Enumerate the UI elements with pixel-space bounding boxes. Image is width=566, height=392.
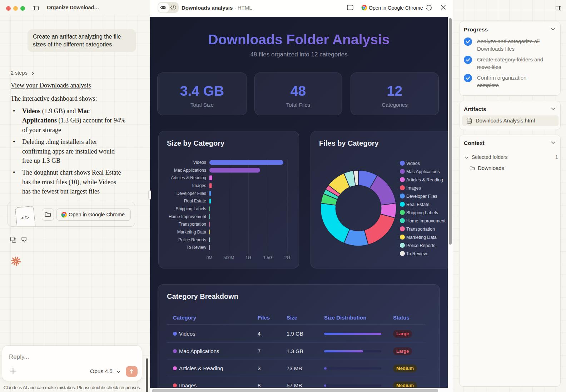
- svg-text:Images: Images: [192, 183, 206, 188]
- svg-text:Police Reports: Police Reports: [406, 243, 435, 248]
- svg-text:500M: 500M: [223, 255, 234, 260]
- svg-text:Marketing Data: Marketing Data: [177, 230, 207, 235]
- svg-text:Transportation: Transportation: [179, 222, 206, 227]
- svg-text:Developer Files: Developer Files: [406, 194, 437, 199]
- svg-text:Articles & Reading: Articles & Reading: [171, 175, 206, 180]
- svg-text:2G: 2G: [284, 255, 290, 260]
- svg-text:0M: 0M: [207, 255, 213, 260]
- svg-text:Real Estate: Real Estate: [184, 198, 206, 203]
- svg-text:Home Improvement: Home Improvement: [169, 214, 207, 219]
- svg-text:Shipping Labels: Shipping Labels: [406, 210, 438, 215]
- svg-text:Police Reports: Police Reports: [178, 237, 206, 242]
- svg-text:1G: 1G: [245, 255, 251, 260]
- svg-text:Developer Files: Developer Files: [177, 191, 206, 196]
- svg-text:Images: Images: [406, 186, 421, 191]
- svg-text:To Review: To Review: [187, 245, 207, 250]
- svg-text:Shipping Labels: Shipping Labels: [176, 206, 206, 211]
- svg-text:Transportation: Transportation: [406, 227, 435, 232]
- svg-text:Articles & Reading: Articles & Reading: [406, 177, 443, 182]
- svg-text:Mac Applications: Mac Applications: [406, 169, 440, 174]
- svg-text:Mac Applications: Mac Applications: [174, 168, 206, 173]
- svg-text:To Review: To Review: [406, 251, 427, 256]
- svg-text:Marketing Data: Marketing Data: [406, 235, 437, 240]
- svg-text:1.5G: 1.5G: [263, 255, 272, 260]
- svg-text:Videos: Videos: [406, 161, 420, 166]
- svg-text:Real Estate: Real Estate: [406, 202, 430, 207]
- svg-text:Videos: Videos: [193, 160, 206, 165]
- svg-text:Home Improvement: Home Improvement: [406, 218, 446, 223]
- svg-text:HTML: HTML: [468, 121, 472, 123]
